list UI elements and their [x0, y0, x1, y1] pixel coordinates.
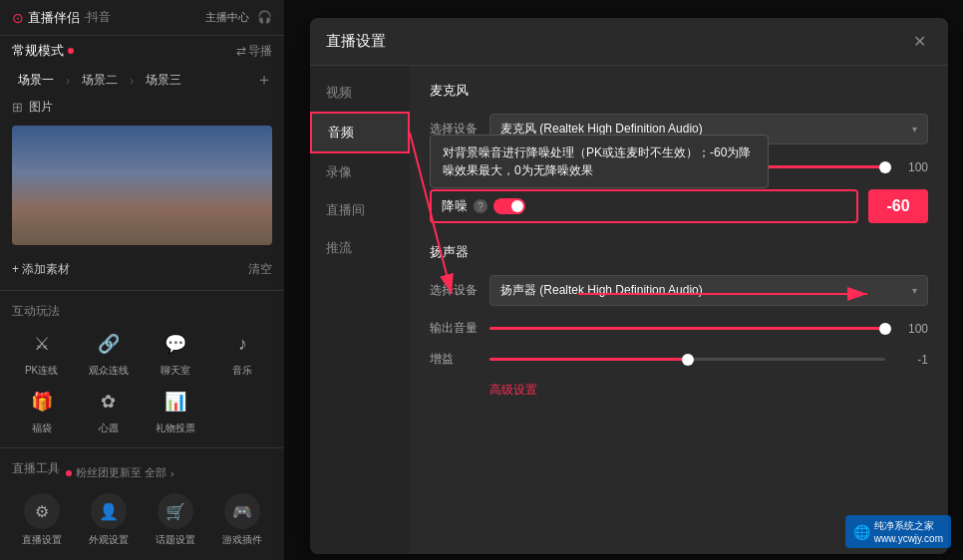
add-scene-button[interactable]: ＋	[256, 70, 272, 91]
music-item[interactable]: ♪ 音乐	[213, 328, 272, 378]
mic-select-arrow: ▾	[912, 124, 917, 135]
nav-item-video[interactable]: 视频	[310, 74, 410, 112]
speaker-device-row: 选择设备 扬声器 (Realtek High Definition Audio)…	[430, 275, 928, 306]
guide-label: 导播	[248, 43, 272, 60]
noise-left: 降噪 ?	[442, 197, 525, 215]
toggle-knob	[511, 200, 523, 212]
noise-label: 降噪	[442, 197, 468, 215]
output-volume-slider-container: 100	[489, 322, 928, 336]
cart-tool[interactable]: 🛒 话题设置	[147, 493, 205, 547]
nav-item-room[interactable]: 直播间	[310, 191, 410, 229]
scene-divider-2: ›	[130, 74, 134, 88]
divider-1	[0, 290, 284, 291]
nav-item-recording[interactable]: 录像	[310, 153, 410, 191]
image-row: ⊞ 图片	[0, 95, 284, 120]
chat-icon: 💬	[160, 328, 191, 360]
pk-item[interactable]: ⚔ PK连线	[12, 328, 71, 378]
output-volume-fill	[489, 327, 885, 330]
scene-3[interactable]: 场景三	[140, 70, 187, 91]
tools-grid: ⚙ 直播设置 👤 外观设置 🛒 话题设置 🎮 游戏插件	[12, 493, 272, 547]
gain-value: -1	[893, 353, 928, 367]
gain-thumb[interactable]	[682, 354, 694, 366]
appearance-icon: 👤	[91, 493, 127, 529]
fans-dot	[66, 470, 72, 476]
gift-vote-icon: 📊	[160, 386, 191, 418]
input-volume-thumb[interactable]	[879, 161, 891, 173]
fans-label: 粉丝团更新至 全部	[76, 465, 166, 480]
pk-label: PK连线	[25, 364, 58, 378]
image-icon: ⊞	[12, 100, 23, 115]
settings-icon[interactable]: 🎧	[257, 10, 272, 25]
watermark-icon: 🌐	[853, 524, 870, 540]
add-material-label: + 添加素材	[12, 261, 70, 278]
live-dot	[68, 48, 74, 54]
broadcast-center[interactable]: 主播中心	[205, 10, 249, 25]
advanced-settings-link[interactable]: 高级设置	[489, 382, 537, 399]
game-tool[interactable]: 🎮 游戏插件	[213, 493, 272, 547]
live-settings-label: 直播设置	[22, 533, 62, 547]
logo-icon: ⊙	[12, 10, 24, 26]
speaker-select-arrow: ▾	[912, 285, 917, 296]
appearance-label: 外观设置	[89, 533, 129, 547]
lucky-bag-icon: 🎁	[26, 386, 58, 418]
mode-bar: 常规模式 ⇄ 导播	[0, 36, 284, 66]
dialog-content: 麦克风 选择设备 麦克风 (Realtek High Definition Au…	[410, 66, 948, 554]
top-right-icons: 主播中心 🎧	[205, 10, 272, 25]
speaker-section: 扬声器 选择设备 扬声器 (Realtek High Definition Au…	[430, 243, 928, 399]
chat-item[interactable]: 💬 聊天室	[147, 328, 205, 378]
gift-vote-item[interactable]: 📊 礼物投票	[147, 386, 205, 435]
appearance-tool[interactable]: 👤 外观设置	[79, 493, 138, 547]
tools-title: 直播工具	[12, 460, 60, 477]
audience-item[interactable]: 🔗 观众连线	[79, 328, 138, 378]
advanced-row: 高级设置	[430, 382, 928, 399]
microphone-title: 麦克风	[430, 82, 928, 100]
microphone-section: 麦克风 选择设备 麦克风 (Realtek High Definition Au…	[430, 82, 928, 223]
live-settings-tool[interactable]: ⚙ 直播设置	[12, 493, 71, 547]
game-icon: 🎮	[224, 493, 260, 529]
watermark-site: www.ycwjy.com	[874, 533, 943, 544]
dialog-body: 视频 音频 录像 直播间 推流 麦克风 选择设备 麦克风 (Realtek Hi…	[310, 66, 948, 554]
noise-toggle[interactable]	[493, 198, 525, 214]
add-material-button[interactable]: + 添加素材	[12, 261, 70, 278]
mode-text: 常规模式	[12, 42, 64, 60]
fans-arrow: ›	[170, 467, 174, 479]
wish-icon: ✿	[93, 386, 125, 418]
scene-2[interactable]: 场景二	[76, 70, 124, 91]
chat-label: 聊天室	[160, 364, 190, 378]
speaker-device-select[interactable]: 扬声器 (Realtek High Definition Audio) ▾	[489, 275, 928, 306]
audience-icon: 🔗	[93, 328, 125, 360]
scene-1[interactable]: 场景一	[12, 70, 60, 91]
mode-label: 常规模式	[12, 42, 74, 60]
canvas-preview	[12, 126, 272, 245]
wish-item[interactable]: ✿ 心愿	[79, 386, 138, 435]
tools-header: 直播工具 粉丝团更新至 全部 ›	[12, 460, 272, 485]
image-label: 图片	[29, 99, 53, 116]
app-title: 直播伴侣	[28, 9, 80, 27]
wish-label: 心愿	[99, 421, 119, 435]
noise-help-icon[interactable]: ?	[474, 199, 487, 213]
pk-icon: ⚔	[26, 328, 58, 360]
output-volume-thumb[interactable]	[879, 323, 891, 335]
nav-item-streaming[interactable]: 推流	[310, 229, 410, 267]
dialog-nav: 视频 音频 录像 直播间 推流	[310, 66, 410, 554]
music-icon: ♪	[226, 328, 258, 360]
guide-button[interactable]: ⇄ 导播	[236, 43, 272, 60]
noise-reduction-row: 对背景噪音进行降噪处理（PK或连麦时不生效）；-60为降噪效果最大，0为无降噪效…	[430, 189, 928, 223]
dialog-close-button[interactable]: ✕	[907, 30, 932, 53]
game-label: 游戏插件	[222, 533, 262, 547]
noise-value-display: -60	[868, 189, 928, 223]
sidebar: ⊙ 直播伴侣 ·抖音 主播中心 🎧 常规模式 ⇄ 导播 场景一 › 场景二 › …	[0, 0, 284, 560]
audience-label: 观众连线	[89, 364, 129, 378]
clear-button[interactable]: 清空	[248, 261, 272, 278]
advanced-label: 高级设置	[489, 383, 537, 397]
speaker-device-value: 扬声器 (Realtek High Definition Audio)	[500, 282, 703, 299]
scene-divider-1: ›	[66, 74, 70, 88]
app-subtitle: ·抖音	[84, 9, 111, 26]
nav-item-audio[interactable]: 音频	[310, 112, 410, 153]
gain-label: 增益	[430, 351, 489, 368]
output-volume-label: 输出音量	[430, 320, 489, 337]
live-settings-icon: ⚙	[24, 493, 60, 529]
cart-label: 话题设置	[156, 533, 195, 547]
cart-icon: 🛒	[158, 493, 193, 529]
lucky-bag-item[interactable]: 🎁 福袋	[12, 386, 71, 435]
